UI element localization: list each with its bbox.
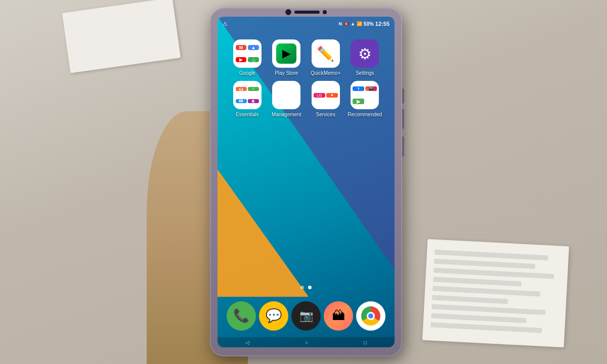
r2: 📷 [365, 86, 377, 91]
recommended-icon-img: f 📷 ▶ [351, 81, 379, 109]
messages-icon: 💬 [266, 308, 282, 324]
s2: ♥ [326, 93, 338, 98]
chrome-icon [361, 306, 380, 326]
app-google[interactable]: M ▲ ▶ △ Google [229, 39, 266, 76]
power-button[interactable] [402, 88, 404, 104]
paper-bottomright [422, 239, 569, 347]
phone-container: ⚠ N 🔇 ▲ 📶 50% 12:55 [210, 8, 402, 356]
app-row-2: 📅 ✓ 📧 ⏰ Essentials [228, 81, 384, 117]
playstore-label: Play Store [275, 70, 298, 76]
bottom-nav: ◁ ○ □ [218, 337, 395, 347]
wifi-icon: ▲ [351, 21, 355, 26]
services-label: Services [316, 112, 335, 117]
clock: 12:55 [375, 21, 389, 27]
nav-home[interactable]: ○ [305, 340, 308, 345]
phone-top [210, 8, 402, 17]
e4: ⏰ [248, 99, 259, 103]
wallpaper-triangle-orange [218, 155, 309, 297]
app-services[interactable]: LG ♥ Services [308, 81, 344, 117]
e2: ✓ [248, 87, 259, 91]
chrome-center [367, 312, 375, 320]
battery-level: 50% [364, 21, 374, 27]
app-essentials[interactable]: 📅 ✓ 📧 ⏰ Essentials [229, 81, 266, 117]
google-label: Google [239, 70, 255, 76]
phone-body: ⚠ N 🔇 ▲ 📶 50% 12:55 [210, 8, 402, 356]
signal-icon: 📶 [357, 21, 362, 26]
app-recommended[interactable]: f 📷 ▶ Recommended [346, 81, 383, 117]
gmail-cell: M [236, 45, 247, 50]
essentials-icon-img: 📅 ✓ 📧 ⏰ [233, 81, 262, 109]
mute-icon: 🔇 [343, 21, 349, 26]
services-icon-img: LG ♥ [312, 81, 340, 109]
dot-1[interactable] [300, 286, 304, 289]
dock-gallery[interactable]: 🏔 [324, 301, 353, 331]
dock-chrome[interactable] [356, 301, 385, 331]
camera-icon: 📷 [299, 309, 313, 323]
dock-camera[interactable]: 📷 [291, 301, 321, 331]
quickmemo-label: QuickMemo+ [311, 70, 340, 76]
app-management[interactable]: Management [268, 81, 305, 117]
volume-up-button[interactable] [402, 109, 404, 129]
app-grid: M ▲ ▶ △ Google ▶ [218, 34, 395, 127]
app-playstore[interactable]: ▶ Play Store [268, 39, 305, 76]
earpiece [294, 11, 320, 14]
phone-screen: ⚠ N 🔇 ▲ 📶 50% 12:55 [218, 17, 395, 347]
front-camera [285, 9, 291, 15]
app-settings[interactable]: ⚙ Settings [346, 39, 383, 76]
dock-messages[interactable]: 💬 [259, 301, 288, 331]
e1: 📅 [236, 87, 247, 91]
management-label: Management [272, 112, 301, 117]
e3: 📧 [236, 99, 247, 103]
dot-2[interactable] [308, 286, 312, 289]
gallery-icon: 🏔 [332, 308, 345, 324]
playstore-icon-img: ▶ [272, 39, 300, 68]
r3: ▶ [353, 99, 364, 104]
app-quickmemo[interactable]: ✏️ QuickMemo+ [308, 39, 344, 76]
maps-cell: ▲ [248, 45, 259, 50]
status-bar: ⚠ N 🔇 ▲ 📶 50% 12:55 [218, 17, 395, 31]
s1: LG [314, 93, 325, 98]
r1: f [353, 86, 364, 91]
recommended-label: Recommended [348, 112, 382, 117]
dock-phone[interactable]: 📞 [227, 301, 256, 331]
status-right: N 🔇 ▲ 📶 50% 12:55 [338, 21, 389, 27]
youtube-cell: ▶ [236, 57, 247, 62]
management-icon-img [272, 81, 300, 109]
volume-down-button[interactable] [402, 136, 404, 157]
settings-label: Settings [356, 70, 374, 76]
nfc-icon: N [338, 21, 342, 26]
quickmemo-icon-img: ✏️ [312, 39, 340, 68]
settings-icon-img: ⚙ [351, 39, 379, 68]
warning-icon: ⚠ [223, 21, 228, 27]
status-left: ⚠ [223, 21, 228, 27]
app-row-1: M ▲ ▶ △ Google ▶ [228, 39, 384, 76]
google-icon-img: M ▲ ▶ △ [233, 39, 262, 68]
phone-icon: 📞 [233, 308, 249, 324]
dock: 📞 💬 📷 🏔 [218, 294, 395, 337]
page-dots [300, 286, 312, 289]
nav-back[interactable]: ◁ [245, 340, 249, 345]
nav-recent[interactable]: □ [364, 340, 367, 345]
drive-cell: △ [248, 57, 259, 62]
proximity-sensor [323, 10, 327, 14]
essentials-label: Essentials [236, 112, 259, 117]
